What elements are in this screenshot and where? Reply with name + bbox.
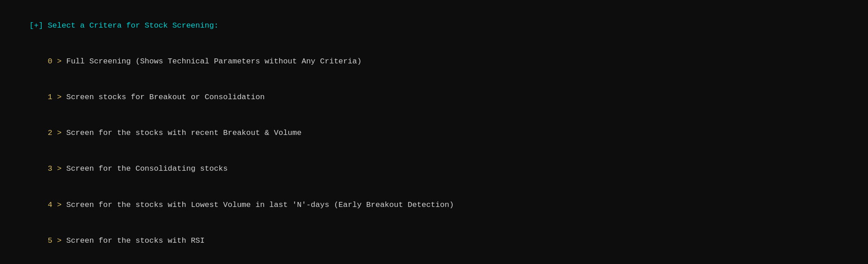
menu-item-4: 4 > Screen for the stocks with Lowest Vo… <box>11 187 857 223</box>
menu-item-3: 3 > Screen for the Consolidating stocks <box>11 151 857 187</box>
menu-item-2: 2 > Screen for the stocks with recent Br… <box>11 115 857 151</box>
menu-header: [+] Select a Critera for Stock Screening… <box>11 8 857 44</box>
terminal: [+] Select a Critera for Stock Screening… <box>11 8 857 264</box>
menu-item-6: 6 > Screen for the stocks showing Revers… <box>11 259 857 264</box>
menu-item-1: 1 > Screen stocks for Breakout or Consol… <box>11 80 857 115</box>
menu-item-5: 5 > Screen for the stocks with RSI <box>11 223 857 259</box>
menu-item-0: 0 > Full Screening (Shows Technical Para… <box>11 44 857 80</box>
